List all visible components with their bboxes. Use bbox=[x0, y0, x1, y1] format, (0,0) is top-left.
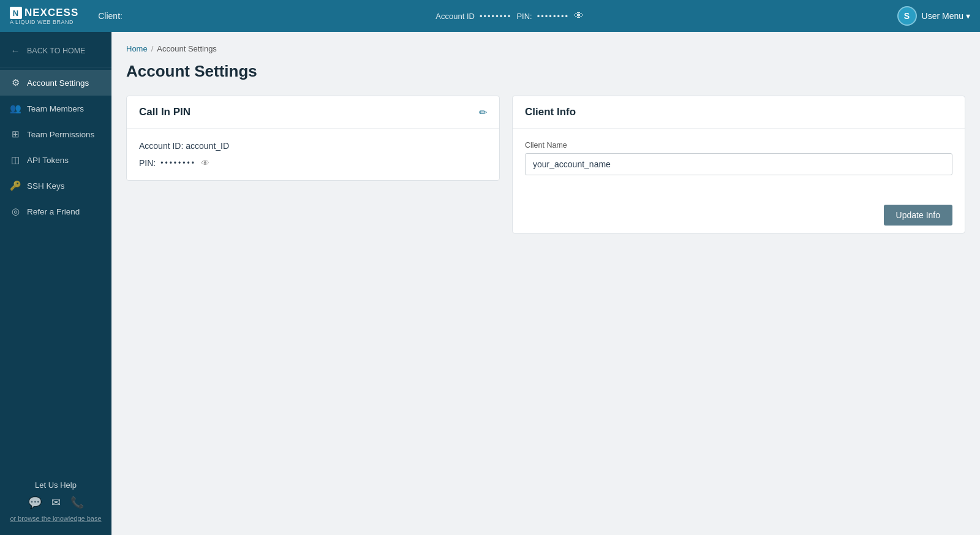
account-id-label: Account ID bbox=[435, 12, 475, 21]
sidebar-item-account-settings[interactable]: ⚙ Account Settings bbox=[0, 70, 111, 96]
page-title: Account Settings bbox=[126, 62, 965, 81]
pin-row: PIN: •••••••• 👁 bbox=[139, 158, 487, 168]
knowledge-base-link[interactable]: or browse the knowledge base bbox=[10, 515, 101, 522]
call-in-pin-title: Call In PIN bbox=[139, 106, 190, 118]
sidebar-item-team-members[interactable]: 👥 Team Members bbox=[0, 96, 111, 121]
top-nav: N NEXCESS A LIQUID WEB BRAND Client: Acc… bbox=[0, 0, 980, 32]
logo-sub: A LIQUID WEB BRAND bbox=[10, 19, 74, 25]
phone-icon[interactable]: 📞 bbox=[70, 496, 84, 509]
account-settings-icon: ⚙ bbox=[10, 77, 21, 88]
client-info-card: Client Info Client Name Update Info bbox=[512, 96, 965, 233]
sidebar-refer-label: Refer a Friend bbox=[27, 207, 80, 216]
cards-row: Call In PIN ✏ Account ID: account_ID PIN… bbox=[126, 96, 965, 233]
sidebar-api-tokens-label: API Tokens bbox=[27, 156, 69, 165]
back-to-home-label: BACK TO HOME bbox=[27, 47, 85, 55]
update-info-button[interactable]: Update Info bbox=[884, 205, 952, 226]
top-nav-right: S User Menu ▾ bbox=[897, 6, 970, 26]
user-menu-label: User Menu bbox=[922, 11, 963, 21]
logo-brand: NEXCESS bbox=[24, 7, 78, 19]
call-in-pin-card-body: Account ID: account_ID PIN: •••••••• 👁 bbox=[127, 129, 499, 180]
call-in-pin-card: Call In PIN ✏ Account ID: account_ID PIN… bbox=[126, 96, 500, 181]
pin-label: PIN: bbox=[516, 12, 532, 21]
toggle-pin-button[interactable]: 👁 bbox=[201, 158, 209, 168]
pin-mask: •••••••• bbox=[160, 159, 196, 167]
client-label: Client: bbox=[98, 11, 123, 21]
sidebar-team-members-label: Team Members bbox=[27, 104, 84, 113]
back-arrow-icon: ← bbox=[10, 45, 21, 56]
account-id-dots: •••••••• bbox=[480, 12, 511, 21]
breadcrumb-home[interactable]: Home bbox=[126, 44, 148, 53]
refer-icon: ◎ bbox=[10, 206, 21, 217]
sidebar-item-team-permissions[interactable]: ⊞ Team Permissions bbox=[0, 121, 111, 147]
user-avatar: S bbox=[897, 6, 917, 26]
team-permissions-icon: ⊞ bbox=[10, 129, 21, 140]
account-id-value: account_ID bbox=[186, 141, 229, 151]
sidebar-nav: ← BACK TO HOME ⚙ Account Settings 👥 Team… bbox=[0, 32, 111, 468]
sidebar-ssh-keys-label: SSH Keys bbox=[27, 181, 65, 191]
help-icons: 💬 ✉ 📞 bbox=[10, 496, 102, 509]
sidebar-item-refer-a-friend[interactable]: ◎ Refer a Friend bbox=[0, 199, 111, 224]
sidebar-account-settings-label: Account Settings bbox=[27, 78, 89, 88]
client-info-card-header: Client Info bbox=[513, 96, 965, 129]
call-in-pin-card-header: Call In PIN ✏ bbox=[127, 96, 499, 129]
sidebar-footer: Let Us Help 💬 ✉ 📞 or browse the knowledg… bbox=[0, 468, 111, 535]
client-name-group: Client Name bbox=[525, 141, 952, 175]
api-tokens-icon: ◫ bbox=[10, 154, 21, 165]
client-info-card-footer: Update Info bbox=[513, 197, 965, 233]
logo-n-icon: N bbox=[10, 7, 22, 19]
breadcrumb: Home / Account Settings bbox=[126, 44, 965, 53]
sidebar-item-ssh-keys[interactable]: 🔑 SSH Keys bbox=[0, 173, 111, 199]
client-name-label: Client Name bbox=[525, 141, 952, 150]
client-info-card-body: Client Name bbox=[513, 129, 965, 197]
chat-icon[interactable]: 💬 bbox=[28, 496, 42, 509]
main-content: Home / Account Settings Account Settings… bbox=[111, 32, 980, 535]
client-info-title: Client Info bbox=[525, 106, 576, 118]
chevron-down-icon: ▾ bbox=[966, 11, 970, 21]
toggle-pin-visibility-button[interactable]: 👁 bbox=[574, 10, 584, 21]
user-menu-button[interactable]: User Menu ▾ bbox=[922, 11, 970, 21]
email-icon[interactable]: ✉ bbox=[51, 496, 61, 509]
team-members-icon: 👥 bbox=[10, 103, 21, 114]
client-name-input[interactable] bbox=[525, 153, 952, 175]
breadcrumb-current: Account Settings bbox=[157, 44, 217, 53]
account-id-label: Account ID: bbox=[139, 141, 183, 151]
edit-call-in-pin-button[interactable]: ✏ bbox=[479, 107, 487, 118]
breadcrumb-separator: / bbox=[151, 44, 154, 53]
back-to-home-link[interactable]: ← BACK TO HOME bbox=[0, 37, 111, 64]
pin-dots: •••••••• bbox=[537, 12, 569, 21]
sidebar-item-api-tokens[interactable]: ◫ API Tokens bbox=[0, 147, 111, 173]
ssh-keys-icon: 🔑 bbox=[10, 180, 21, 191]
app-body: ← BACK TO HOME ⚙ Account Settings 👥 Team… bbox=[0, 32, 980, 535]
let-us-help-title: Let Us Help bbox=[10, 480, 102, 490]
nexcess-logo: N NEXCESS A LIQUID WEB BRAND bbox=[10, 7, 78, 25]
top-nav-center: Account ID •••••••• PIN: •••••••• 👁 bbox=[435, 10, 584, 21]
sidebar: ← BACK TO HOME ⚙ Account Settings 👥 Team… bbox=[0, 32, 111, 535]
pin-field-label: PIN: bbox=[139, 158, 156, 168]
account-id-row: Account ID: account_ID bbox=[139, 141, 487, 151]
sidebar-team-permissions-label: Team Permissions bbox=[27, 130, 94, 139]
top-nav-left: N NEXCESS A LIQUID WEB BRAND Client: bbox=[10, 7, 123, 25]
